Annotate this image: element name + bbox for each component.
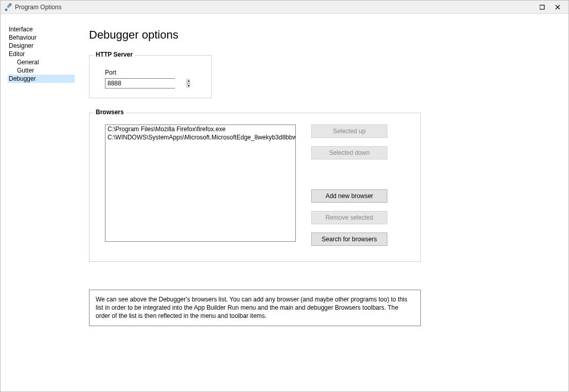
sidebar-item-gutter[interactable]: Gutter bbox=[8, 66, 79, 75]
titlebar: Program Options bbox=[1, 1, 568, 14]
search-for-browsers-button[interactable]: Search for browsers bbox=[311, 233, 387, 246]
sidebar-item-behaviour[interactable]: Behaviour bbox=[8, 33, 79, 42]
port-spinbox[interactable]: ▲ ▼ bbox=[105, 78, 175, 88]
remove-selected-button[interactable]: Remove selected bbox=[311, 211, 387, 224]
port-input[interactable] bbox=[105, 79, 187, 88]
app-icon bbox=[4, 3, 12, 11]
spin-up-button[interactable]: ▲ bbox=[187, 79, 190, 84]
browsers-legend: Browsers bbox=[94, 109, 126, 116]
window-title: Program Options bbox=[15, 4, 62, 11]
selected-up-button[interactable]: Selected up bbox=[311, 124, 387, 138]
list-item[interactable]: C:\Program Files\Mozilla Firefox\firefox… bbox=[105, 125, 295, 133]
spin-down-button[interactable]: ▼ bbox=[187, 84, 190, 88]
close-button[interactable] bbox=[550, 1, 565, 14]
list-item[interactable]: C:\WINDOWS\SystemApps\Microsoft.Microsof… bbox=[105, 133, 295, 141]
sidebar-item-interface[interactable]: Interface bbox=[8, 25, 79, 33]
port-label: Port bbox=[105, 69, 202, 76]
info-text: We can see above the Debugger's browsers… bbox=[89, 290, 421, 326]
maximize-button[interactable] bbox=[535, 1, 550, 14]
main-panel: Debugger options HTTP Server Port ▲ ▼ Br… bbox=[79, 14, 568, 391]
page-title: Debugger options bbox=[89, 28, 548, 42]
sidebar-item-editor[interactable]: Editor bbox=[8, 50, 79, 58]
sidebar: Interface Behaviour Designer Editor Gene… bbox=[1, 14, 79, 391]
add-new-browser-button[interactable]: Add new browser bbox=[311, 189, 387, 203]
browsers-listbox[interactable]: C:\Program Files\Mozilla Firefox\firefox… bbox=[105, 124, 296, 242]
sidebar-item-designer[interactable]: Designer bbox=[8, 42, 79, 50]
sidebar-item-debugger[interactable]: Debugger bbox=[8, 75, 75, 83]
sidebar-item-general[interactable]: General bbox=[8, 58, 79, 66]
browsers-group: Browsers C:\Program Files\Mozilla Firefo… bbox=[89, 113, 421, 262]
selected-down-button[interactable]: Selected down bbox=[311, 146, 387, 159]
http-server-group: HTTP Server Port ▲ ▼ bbox=[89, 55, 211, 98]
http-legend: HTTP Server bbox=[94, 51, 135, 58]
svg-rect-1 bbox=[540, 5, 544, 9]
